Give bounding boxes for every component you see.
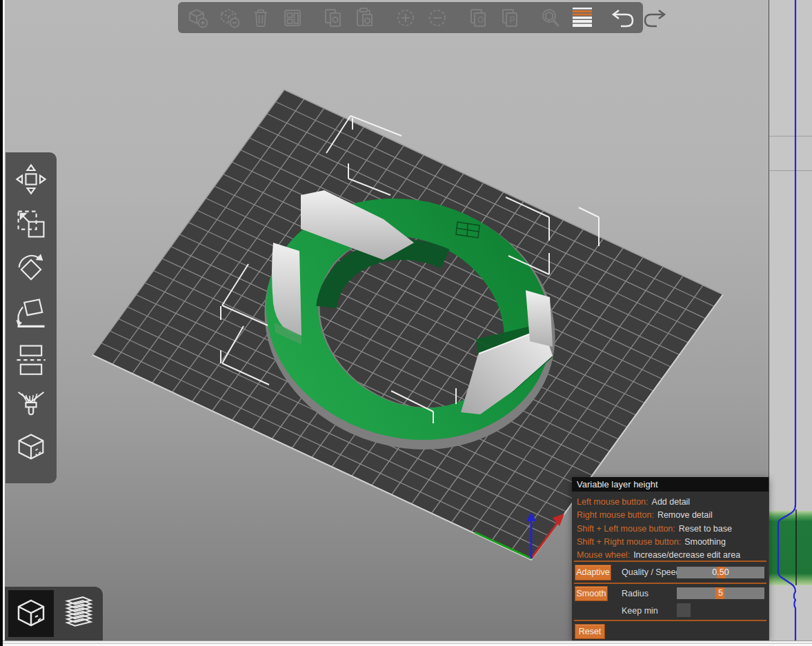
hint-label: Shift + Left mouse button: [577, 524, 675, 534]
smooth-button[interactable]: Smooth [575, 586, 608, 601]
remove-instance-icon[interactable] [424, 4, 451, 32]
layer-height-curve[interactable] [769, 0, 812, 640]
keep-min-checkbox[interactable] [677, 603, 691, 617]
scale-tool-icon[interactable] [11, 204, 51, 244]
hint-label: Shift + Right mouse button: [577, 537, 681, 547]
hint-value: Reset to base [679, 524, 732, 534]
slicer-window: O P [0, 0, 812, 646]
hint-value: Add detail [652, 497, 691, 507]
svg-text:O: O [477, 15, 484, 25]
quality-speed-slider[interactable]: 0.50 [677, 567, 764, 578]
reset-button[interactable]: Reset [575, 624, 605, 639]
gizmo-toolbar [6, 152, 57, 483]
hint-label: Mouse wheel: [577, 550, 630, 560]
add-instance-icon[interactable] [392, 4, 419, 32]
copy-icon[interactable] [319, 4, 347, 32]
quality-speed-label: Quality / Speed [622, 565, 680, 581]
panel-title: Variable layer height [572, 477, 769, 492]
seam-cube-tool-icon[interactable] [11, 428, 51, 468]
place-on-face-tool-icon[interactable] [11, 294, 51, 334]
paint-tool-icon[interactable] [11, 383, 51, 423]
hint-label: Right mouse button: [577, 510, 654, 520]
delete-all-icon[interactable] [247, 4, 275, 32]
redo-icon[interactable] [641, 4, 669, 32]
radius-label: Radius [622, 586, 648, 601]
paste-icon[interactable] [351, 4, 379, 32]
hint-label: Left mouse button: [577, 497, 648, 507]
add-object-icon[interactable] [184, 4, 211, 32]
radius-value: 5 [677, 587, 764, 599]
window-left-edge-highlight [3, 0, 5, 640]
cut-tool-icon[interactable] [11, 339, 51, 378]
radius-slider[interactable]: 5 [677, 587, 764, 599]
mouse-hints: Left mouse button:Add detail Right mouse… [577, 496, 766, 562]
layers-preview-icon[interactable] [54, 590, 99, 637]
quality-speed-value: 0.50 [677, 567, 764, 578]
window-bottom-edge [0, 640, 812, 646]
variable-layer-height-icon[interactable] [568, 4, 596, 32]
delete-object-icon[interactable] [215, 4, 243, 32]
arrange-icon[interactable] [279, 4, 306, 32]
rotate-tool-icon[interactable] [11, 249, 51, 289]
hint-value: Smoothing [684, 537, 726, 547]
svg-text:P: P [510, 15, 515, 25]
keep-min-label: Keep min [622, 603, 658, 618]
view-mode-switcher [5, 587, 103, 640]
panel-divider [574, 561, 766, 562]
hint-value: Remove detail [657, 510, 713, 520]
layer-height-profile-strip[interactable] [769, 0, 812, 640]
adaptive-button[interactable]: Adaptive [575, 565, 611, 581]
split-to-objects-icon[interactable]: O [464, 4, 492, 32]
hint-value: Increase/decrease edit area [633, 550, 740, 560]
panel-divider [574, 620, 766, 621]
height-profile-curve [778, 0, 795, 640]
top-toolbar: O P [178, 2, 643, 33]
variable-layer-height-panel: Variable layer height Left mouse button:… [572, 477, 769, 641]
3d-editor-view-icon[interactable] [8, 590, 54, 637]
undo-icon[interactable] [609, 4, 637, 32]
search-icon[interactable] [537, 4, 564, 32]
split-to-parts-icon[interactable]: P [496, 4, 524, 32]
panel-divider [574, 583, 766, 584]
move-tool-icon[interactable] [11, 159, 51, 199]
model-fin-right[interactable] [526, 290, 553, 347]
